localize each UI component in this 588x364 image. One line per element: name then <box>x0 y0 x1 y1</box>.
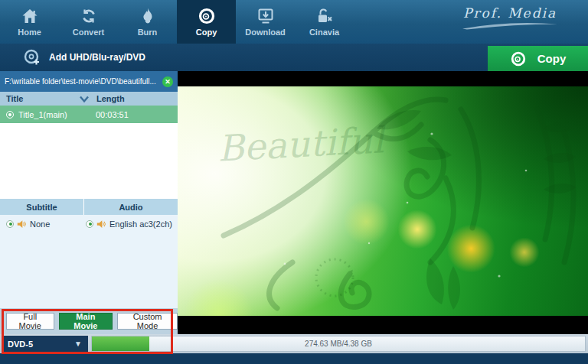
nav-item-home[interactable]: Home <box>0 0 59 44</box>
download-icon <box>256 7 276 25</box>
unlock-mute-icon <box>315 7 335 25</box>
title-row-selected[interactable]: Title_1(main) 00:03:51 <box>0 106 178 123</box>
nav-label: Download <box>245 28 286 37</box>
tracks-row: None English ac3(2ch) <box>0 215 178 232</box>
radio-icon[interactable] <box>6 220 14 228</box>
logo-swoosh <box>461 21 559 30</box>
nav-item-download[interactable]: Download <box>236 0 295 44</box>
column-title[interactable]: Title <box>0 94 80 103</box>
title-name: Title_1(main) <box>18 110 89 119</box>
secondary-toolbar: Add UHD/Blu-ray/DVD Copy <box>0 44 588 71</box>
tracks-empty-area <box>0 232 178 308</box>
nav-label: Convert <box>73 28 105 37</box>
nav-label: Cinavia <box>309 28 339 37</box>
disc-capacity-bar: 274.63 MB/4.38 GB <box>91 336 586 352</box>
radio-icon[interactable] <box>86 220 93 228</box>
source-panel: F:\writable folder\test-movie\DVD\beauti… <box>0 71 178 334</box>
subtitle-value: None <box>30 219 50 229</box>
tab-audio[interactable]: Audio <box>84 199 178 215</box>
copy-mode-buttons: Full Movie Main Movie Custom Mode <box>0 308 178 334</box>
main-navbar: Home Convert Burn Copy <box>0 0 588 44</box>
nav-item-burn[interactable]: Burn <box>118 0 177 44</box>
audio-value: English ac3(2ch) <box>109 219 172 229</box>
main-movie-button[interactable]: Main Movie <box>59 313 113 330</box>
speaker-icon <box>17 219 27 229</box>
audio-option[interactable]: English ac3(2ch) <box>84 219 172 229</box>
add-source-label: Add UHD/Blu-ray/DVD <box>49 52 145 63</box>
chevron-down-icon[interactable] <box>80 96 90 102</box>
column-length[interactable]: Length <box>90 94 125 103</box>
disc-type-dropdown[interactable]: DVD-5 ▼ <box>2 336 88 352</box>
burn-icon <box>138 7 158 25</box>
tracks-header: Subtitle Audio <box>0 199 178 215</box>
add-disc-icon <box>23 48 41 67</box>
source-path: F:\writable folder\test-movie\DVD\beauti… <box>5 77 162 86</box>
app-logo: Prof. Media <box>461 5 559 30</box>
app-window: Home Convert Burn Copy <box>0 0 588 364</box>
convert-icon <box>79 7 99 25</box>
source-path-bar: F:\writable folder\test-movie\DVD\beauti… <box>0 71 178 92</box>
title-list-header: Title Length <box>0 92 178 106</box>
status-bar: DVD-5 ▼ 274.63 MB/4.38 GB <box>0 334 588 353</box>
video-preview-area: Beautiful <box>178 71 588 334</box>
nav-label: Home <box>18 28 41 37</box>
disc-icon <box>510 50 527 67</box>
disc-icon <box>197 7 217 25</box>
full-movie-button[interactable]: Full Movie <box>6 313 54 330</box>
bottom-edge-strip <box>0 353 588 364</box>
nav-label: Copy <box>196 28 217 37</box>
title-length: 00:03:51 <box>89 110 129 119</box>
nav-label: Burn <box>138 28 158 37</box>
tab-subtitle[interactable]: Subtitle <box>0 199 84 215</box>
radio-selected-icon[interactable] <box>6 111 14 119</box>
add-source-button[interactable]: Add UHD/Blu-ray/DVD <box>0 44 181 71</box>
start-copy-label: Copy <box>537 52 567 65</box>
disc-type-value: DVD-5 <box>8 340 33 349</box>
disc-capacity-text: 274.63 MB/4.38 GB <box>92 336 585 351</box>
nav-item-convert[interactable]: Convert <box>59 0 118 44</box>
nav-item-copy[interactable]: Copy <box>177 0 236 44</box>
home-icon <box>20 7 40 25</box>
nav-item-cinavia[interactable]: Cinavia <box>295 0 354 44</box>
custom-mode-button[interactable]: Custom Mode <box>117 313 178 330</box>
chevron-down-icon: ▼ <box>74 340 82 348</box>
title-list-empty-area <box>0 123 178 199</box>
video-frame[interactable]: Beautiful <box>178 86 588 316</box>
close-icon[interactable]: ✕ <box>162 76 173 87</box>
start-copy-button[interactable]: Copy <box>488 46 588 71</box>
subtitle-option[interactable]: None <box>0 219 84 229</box>
floral-flourish-decoration <box>178 86 588 316</box>
speaker-icon <box>96 219 106 229</box>
app-logo-text: Prof. Media <box>461 5 559 21</box>
